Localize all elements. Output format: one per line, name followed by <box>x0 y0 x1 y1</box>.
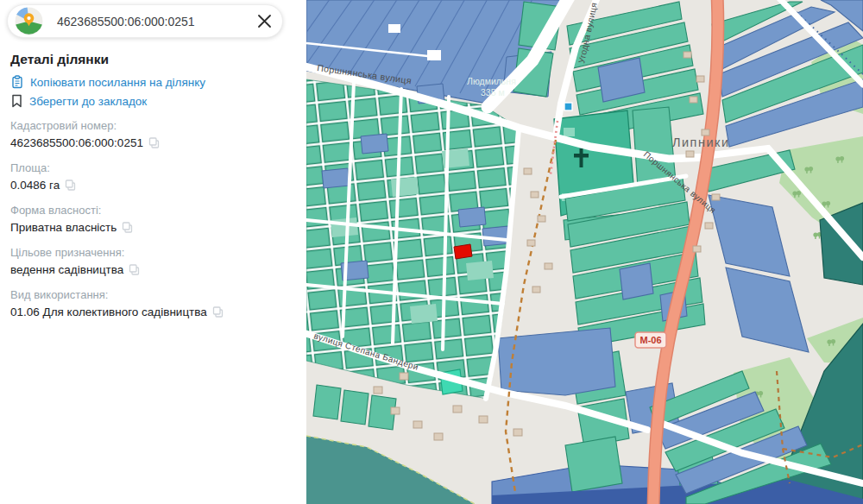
panel-title: Деталі ділянки <box>10 52 295 67</box>
selected-parcel[interactable] <box>454 244 472 259</box>
cadastral-map-app: Деталі ділянки Копіювати посилання на ді… <box>0 0 863 504</box>
field-value: Приватна власність <box>10 220 117 235</box>
field-value: ведення садівництва <box>10 262 123 277</box>
save-bookmark-button[interactable]: Зберегти до закладок <box>10 94 295 108</box>
field-value: 0.0486 га <box>10 178 60 192</box>
field-label: Цільове призначення: <box>10 246 295 260</box>
parcel-details-panel: Деталі ділянки Копіювати посилання на ді… <box>10 52 295 319</box>
save-bookmark-label: Зберегти до закладок <box>29 95 147 108</box>
road-shield-text: М-06 <box>639 335 661 345</box>
field-label: Вид використання: <box>10 288 295 302</box>
copy-parcel-link-button[interactable]: Копіювати посилання на ділянку <box>10 75 295 89</box>
copy-icon[interactable] <box>65 180 76 191</box>
town-label-lypnyky: Липники <box>672 135 730 149</box>
field-label: Форма власності: <box>10 204 295 217</box>
clipboard-icon <box>10 75 24 89</box>
field-use-type: Вид використання: 01.06 Для колективного… <box>10 288 295 319</box>
search-bar[interactable] <box>7 4 283 38</box>
field-purpose: Цільове призначення: ведення садівництва <box>10 246 295 277</box>
copy-icon[interactable] <box>129 264 140 275</box>
field-area: Площа: 0.0486 га <box>10 161 295 192</box>
field-label: Площа: <box>10 161 295 175</box>
field-label: Кадастровий номер: <box>10 119 295 133</box>
point-marker[interactable] <box>564 103 572 110</box>
field-value: 01.06 Для колективного садівництва <box>10 305 207 319</box>
copy-icon[interactable] <box>122 222 133 233</box>
details-sidebar: Деталі ділянки Копіювати посилання на ді… <box>0 0 306 504</box>
road-shield-m06: М-06 <box>635 332 666 348</box>
field-ownership: Форма власності: Приватна власність <box>10 204 295 235</box>
search-input[interactable] <box>55 14 251 29</box>
map-canvas[interactable]: Поршнянська вулиця Поршнянська вулиця Уг… <box>306 0 863 504</box>
copy-icon[interactable] <box>148 137 160 148</box>
measure-label-value: 335 м <box>481 87 505 98</box>
copy-icon[interactable] <box>212 306 224 318</box>
close-icon[interactable] <box>251 9 277 35</box>
field-cadastral-number: Кадастровий номер: 4623685500:06:000:025… <box>10 119 295 150</box>
copy-parcel-link-label: Копіювати посилання на ділянку <box>30 76 205 89</box>
map-logo-icon <box>15 7 43 35</box>
field-value: 4623685500:06:000:0251 <box>10 135 143 150</box>
measure-label-name: Людмильня <box>467 76 516 86</box>
bookmark-icon <box>10 94 23 108</box>
